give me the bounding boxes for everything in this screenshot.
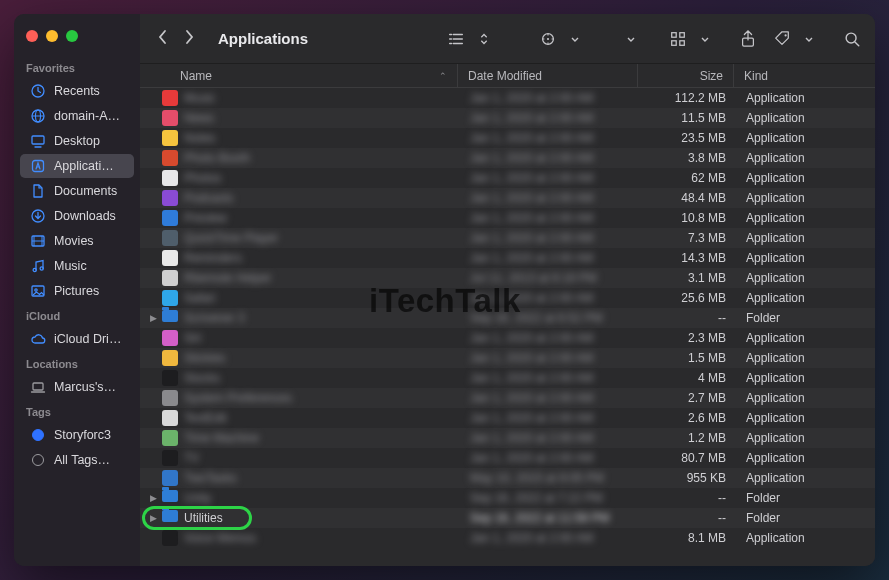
file-kind: Application — [736, 351, 875, 365]
svg-point-19 — [785, 34, 787, 36]
file-name: News — [184, 111, 460, 125]
sidebar-item-label: Desktop — [54, 134, 100, 148]
column-size[interactable]: Size — [638, 64, 734, 87]
table-row[interactable]: NewsJan 1, 2020 at 2:00 AM11.5 MBApplica… — [140, 108, 875, 128]
locations-label: Locations — [14, 352, 140, 374]
search-icon[interactable] — [839, 26, 865, 52]
grid-icon[interactable] — [665, 26, 691, 52]
file-kind: Application — [736, 131, 875, 145]
table-row[interactable]: ▶UtilitiesSep 16, 2022 at 11:58 PM--Fold… — [140, 508, 875, 528]
sort-caret-icon: ⌃ — [439, 71, 447, 81]
spare-chevron-icon[interactable] — [625, 26, 637, 52]
sidebar-item-downloads[interactable]: Downloads — [20, 204, 134, 228]
group-icon[interactable] — [535, 26, 561, 52]
picture-icon — [30, 283, 46, 299]
view-chevrons-icon[interactable] — [477, 26, 491, 52]
sidebar-item-applicati-[interactable]: Applicati… — [20, 154, 134, 178]
svg-rect-16 — [672, 40, 677, 45]
sidebar-item-documents[interactable]: Documents — [20, 179, 134, 203]
column-date[interactable]: Date Modified — [458, 64, 638, 87]
table-row[interactable]: QuickTime PlayerJan 1, 2020 at 2:00 AM7.… — [140, 228, 875, 248]
table-row[interactable]: PreviewJan 1, 2020 at 2:00 AM10.8 MBAppl… — [140, 208, 875, 228]
maximize-button[interactable] — [66, 30, 78, 42]
file-size: 1.5 MB — [640, 351, 736, 365]
file-kind: Application — [736, 291, 875, 305]
app-icon — [162, 530, 178, 546]
file-date: Jan 1, 2020 at 2:00 AM — [460, 251, 640, 265]
disclosure-triangle-icon[interactable]: ▶ — [148, 513, 158, 523]
table-row[interactable]: ▶UnitySep 16, 2022 at 7:22 PM--Folder — [140, 488, 875, 508]
sidebar-item-recents[interactable]: Recents — [20, 79, 134, 103]
table-row[interactable]: SafariJan 1, 2020 at 2:00 AM25.6 MBAppli… — [140, 288, 875, 308]
disclosure-triangle-icon[interactable]: ▶ — [148, 493, 158, 503]
sidebar-item-pictures[interactable]: Pictures — [20, 279, 134, 303]
file-name: Utilities — [184, 511, 460, 525]
table-row[interactable]: PodcastsJan 1, 2020 at 2:00 AM48.4 MBApp… — [140, 188, 875, 208]
tag-icon — [30, 452, 46, 468]
tags-icon[interactable] — [769, 26, 795, 52]
table-row[interactable]: Rbemote HelperJul 11, 2013 at 8:18 PM3.1… — [140, 268, 875, 288]
column-kind[interactable]: Kind — [734, 64, 875, 87]
file-size: 8.1 MB — [640, 531, 736, 545]
movie-icon — [30, 233, 46, 249]
table-row[interactable]: Photo BoothJan 1, 2020 at 2:00 AM3.8 MBA… — [140, 148, 875, 168]
file-kind: Application — [736, 231, 875, 245]
file-date: Jan 1, 2020 at 2:00 AM — [460, 231, 640, 245]
file-size: 2.6 MB — [640, 411, 736, 425]
file-date: Sep 16, 2022 at 6:52 PM — [460, 311, 640, 325]
file-kind: Application — [736, 171, 875, 185]
column-name[interactable]: Name⌃ — [140, 64, 458, 87]
svg-point-20 — [846, 33, 856, 43]
app-icon — [162, 450, 178, 466]
table-row[interactable]: ▶Scrivener 3Sep 16, 2022 at 6:52 PM--Fol… — [140, 308, 875, 328]
file-kind: Application — [736, 371, 875, 385]
grid-chevron-icon[interactable] — [699, 26, 711, 52]
file-kind: Application — [736, 271, 875, 285]
forward-button[interactable] — [182, 29, 196, 49]
file-size: 11.5 MB — [640, 111, 736, 125]
file-kind: Application — [736, 471, 875, 485]
file-kind: Application — [736, 331, 875, 345]
favorites-label: Favorites — [14, 56, 140, 78]
sidebar-item-domain-a-[interactable]: domain-A… — [20, 104, 134, 128]
view-list-icon[interactable] — [443, 26, 469, 52]
finder-window: Favorites Recentsdomain-A…DesktopApplica… — [14, 14, 875, 566]
disclosure-triangle-icon[interactable]: ▶ — [148, 313, 158, 323]
back-button[interactable] — [156, 29, 170, 49]
share-icon[interactable] — [735, 26, 761, 52]
table-row[interactable]: TextEditJan 1, 2020 at 2:00 AM2.6 MBAppl… — [140, 408, 875, 428]
svg-rect-15 — [680, 32, 685, 37]
icloud-label: iCloud — [14, 304, 140, 326]
table-row[interactable]: MusicJan 1, 2020 at 2:00 AM112.2 MBAppli… — [140, 88, 875, 108]
sidebar-item-icloud-dri-[interactable]: iCloud Dri… — [20, 327, 134, 351]
table-row[interactable]: StocksJan 1, 2020 at 2:00 AM4 MBApplicat… — [140, 368, 875, 388]
actions-chevron-icon[interactable] — [803, 26, 815, 52]
table-row[interactable]: Time MachineJan 1, 2020 at 2:00 AM1.2 MB… — [140, 428, 875, 448]
tag-blue-icon — [30, 427, 46, 443]
sidebar-item-all-tags-[interactable]: All Tags… — [20, 448, 134, 472]
table-row[interactable]: RemindersJan 1, 2020 at 2:00 AM14.3 MBAp… — [140, 248, 875, 268]
sidebar-item-storyforc3[interactable]: Storyforc3 — [20, 423, 134, 447]
table-row[interactable]: PhotosJan 1, 2020 at 2:00 AM62 MBApplica… — [140, 168, 875, 188]
table-row[interactable]: System PreferencesJan 1, 2020 at 2:00 AM… — [140, 388, 875, 408]
file-list: MusicJan 1, 2020 at 2:00 AM112.2 MBAppli… — [140, 88, 875, 566]
table-row[interactable]: StickiesJan 1, 2020 at 2:00 AM1.5 MBAppl… — [140, 348, 875, 368]
table-row[interactable]: TwoTasksMay 10, 2015 at 8:05 PM955 KBApp… — [140, 468, 875, 488]
table-row[interactable]: Voice MemosJan 1, 2020 at 2:00 AM8.1 MBA… — [140, 528, 875, 548]
close-button[interactable] — [26, 30, 38, 42]
svg-rect-14 — [672, 32, 677, 37]
minimize-button[interactable] — [46, 30, 58, 42]
file-date: Jan 1, 2020 at 2:00 AM — [460, 431, 640, 445]
sidebar-item-desktop[interactable]: Desktop — [20, 129, 134, 153]
table-row[interactable]: TVJan 1, 2020 at 2:00 AM80.7 MBApplicati… — [140, 448, 875, 468]
sidebar-item-marcus-s-[interactable]: Marcus's… — [20, 375, 134, 399]
group-chevron-icon[interactable] — [569, 26, 581, 52]
app-icon — [162, 110, 178, 126]
file-kind: Application — [736, 111, 875, 125]
table-row[interactable]: SiriJan 1, 2020 at 2:00 AM2.3 MBApplicat… — [140, 328, 875, 348]
file-kind: Application — [736, 251, 875, 265]
table-row[interactable]: NotesJan 1, 2020 at 2:00 AM23.5 MBApplic… — [140, 128, 875, 148]
sidebar-item-movies[interactable]: Movies — [20, 229, 134, 253]
sidebar-item-music[interactable]: Music — [20, 254, 134, 278]
file-date: Jan 1, 2020 at 2:00 AM — [460, 111, 640, 125]
